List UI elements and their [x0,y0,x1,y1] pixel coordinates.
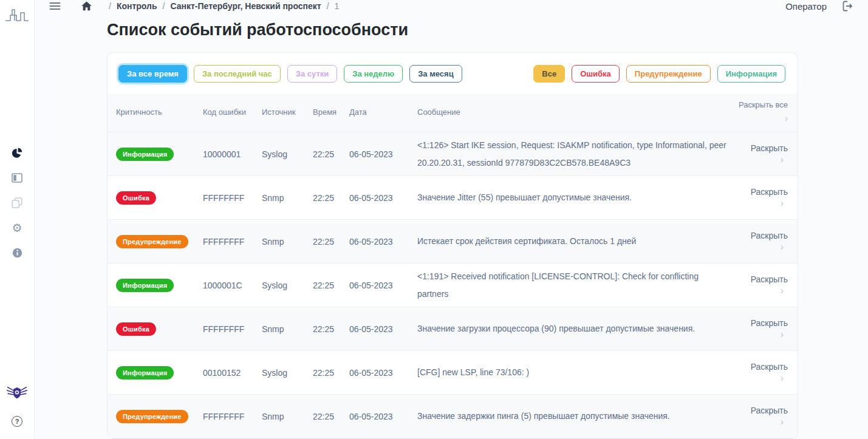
chevron-right-icon: › [734,242,788,252]
severity-badge: Ошибка [116,322,156,336]
home-icon[interactable] [81,1,92,11]
expand-row-button[interactable]: Раскрыть› [734,231,788,252]
chevron-right-icon: › [734,155,788,165]
chevron-right-icon: › [734,199,788,208]
logout-icon[interactable] [842,1,854,12]
breadcrumb-item-current: 1 [335,1,340,11]
severity-badge: Предупреждение [116,410,188,423]
source-cell: Snmp [262,237,313,247]
source-cell: Syslog [262,368,313,378]
column-header-error-code: Код ошибки [203,106,262,118]
gear-icon[interactable]: ⚙ [11,222,23,234]
severity-badge: Предупреждение [116,235,188,248]
date-cell: 06-05-2023 [349,149,417,159]
severity-filter-3[interactable]: Предупреждение [626,65,711,83]
time-cell: 22:25 [313,193,349,203]
breadcrumb-separator: / [327,1,329,11]
error-code-cell: FFFFFFFF [203,193,262,203]
app-root: ⚙ ? [0,0,868,439]
hamburger-menu-icon[interactable] [49,2,61,10]
date-cell: 06-05-2023 [349,193,417,203]
severity-filter-2[interactable]: Ошибка [572,65,620,83]
table-header: Критичность Код ошибки Источник Время Да… [108,94,798,132]
chevron-right-icon: › [734,330,788,339]
expand-row-button[interactable]: Раскрыть› [734,406,788,427]
expand-row-button[interactable]: Раскрыть› [734,274,788,296]
help-icon[interactable]: ? [12,416,22,427]
sidebar: ⚙ ? [0,0,35,439]
severity-badge: Информация [116,366,174,379]
copy-pages-icon[interactable] [11,197,23,209]
time-filter-2[interactable]: За последний час [194,65,281,83]
table-row: Информация00100152Syslog22:2506-05-2023[… [108,351,798,395]
pie-chart-icon[interactable] [11,147,23,159]
error-code-cell: 00100152 [203,368,262,378]
severity-filter-4[interactable]: Информация [717,65,785,83]
table-row: ОшибкаFFFFFFFFSnmp22:2506-05-2023Значени… [108,307,798,351]
column-header-source: Источник [262,106,313,118]
error-code-cell: FFFFFFFF [203,412,262,421]
date-cell: 06-05-2023 [349,324,417,334]
time-cell: 22:25 [313,237,349,247]
message-cell: Значение загрузки процессора (90) превыш… [417,320,734,338]
topbar: / Контроль / Санкт-Петербург, Невский пр… [35,0,868,12]
skyline-logo-icon [5,7,29,26]
time-filter-group: За все времяЗа последний часЗа суткиЗа н… [118,65,462,83]
table-row: ПредупреждениеFFFFFFFFSnmp22:2506-05-202… [108,395,798,438]
expand-row-button[interactable]: Раскрыть› [734,318,788,339]
time-cell: 22:25 [313,149,349,159]
message-cell: <1:191> Received notification [LICENSE-C… [417,268,734,303]
main-area: / Контроль / Санкт-Петербург, Невский пр… [35,0,868,439]
source-cell: Snmp [262,193,313,203]
chevron-right-icon: › [734,373,788,383]
time-filter-1[interactable]: За все время [118,65,187,83]
time-cell: 22:25 [313,281,349,290]
reader-icon[interactable] [11,172,23,184]
table-row: Информация10000001Syslog22:2506-05-2023<… [108,132,798,176]
expand-row-button[interactable]: Раскрыть› [734,143,788,165]
user-role-label: Оператор [785,1,827,12]
source-cell: Snmp [262,412,313,421]
expand-row-button[interactable]: Раскрыть› [734,362,788,383]
severity-badge: Информация [116,148,174,161]
breadcrumb-item-control[interactable]: Контроль [117,1,157,11]
breadcrumb-separator: / [109,1,111,11]
message-cell: [CFG] new LSP, line 73/106: ) [417,364,734,381]
breadcrumb-item-location[interactable]: Санкт-Петербург, Невский проспект [170,1,321,11]
expand-row-button[interactable]: Раскрыть› [734,187,788,208]
time-filter-4[interactable]: За неделю [344,65,403,83]
chevron-right-icon: › [734,286,788,296]
time-cell: 22:25 [313,324,349,334]
column-header-date: Дата [349,106,417,118]
filters-bar: За все времяЗа последний часЗа суткиЗа н… [108,53,798,94]
date-cell: 06-05-2023 [349,368,417,378]
date-cell: 06-05-2023 [349,237,417,247]
error-code-cell: 10000001 [203,149,262,159]
expand-all-button[interactable]: Раскрыть все › [734,99,788,126]
table-row: ОшибкаFFFFFFFFSnmp22:2506-05-2023Значени… [108,176,798,220]
source-cell: Syslog [262,281,313,290]
column-header-time: Время [313,106,349,118]
table-row: Информация1000001CSyslog22:2506-05-2023<… [108,264,798,307]
date-cell: 06-05-2023 [349,412,417,421]
error-code-cell: FFFFFFFF [203,324,262,334]
error-code-cell: FFFFFFFF [203,237,262,247]
sidebar-nav: ⚙ [11,147,23,259]
message-cell: Значение Jitter (55) превышает допустимы… [417,189,734,206]
source-cell: Snmp [262,324,313,334]
message-cell: Значение задержки пинга (5) превышает до… [417,407,734,425]
message-cell: <1:126> Start IKE session, Request: ISAK… [417,137,734,172]
table-body: Информация10000001Syslog22:2506-05-2023<… [108,132,798,438]
time-cell: 22:25 [313,368,349,378]
time-filter-3[interactable]: За сутки [287,65,337,83]
breadcrumb: / Контроль / Санкт-Петербург, Невский пр… [109,1,339,11]
severity-badge: Ошибка [116,191,156,205]
source-cell: Syslog [262,149,313,159]
info-icon[interactable] [11,247,23,259]
column-header-severity: Критичность [116,106,203,118]
chevron-right-icon: › [785,113,788,123]
severity-filter-1[interactable]: Все [533,65,565,83]
time-filter-5[interactable]: За месяц [409,65,462,83]
severity-badge: Информация [116,279,174,292]
breadcrumb-separator: / [163,1,165,11]
